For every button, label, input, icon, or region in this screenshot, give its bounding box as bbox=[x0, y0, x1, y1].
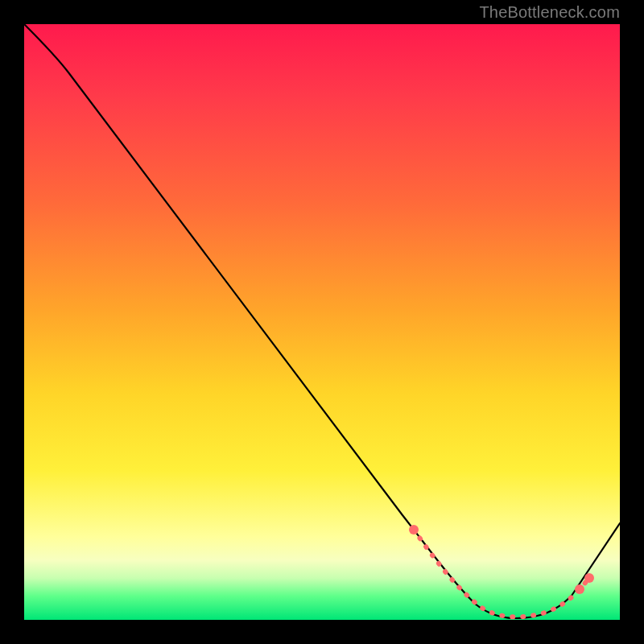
highlight-marker-a bbox=[575, 584, 584, 594]
curve-svg bbox=[24, 24, 620, 620]
plot-area bbox=[24, 24, 620, 620]
watermark-text: TheBottleneck.com bbox=[479, 3, 620, 22]
bottleneck-curve bbox=[24, 24, 620, 618]
chart-frame: TheBottleneck.com bbox=[0, 0, 644, 644]
highlight-marker-end bbox=[584, 573, 594, 583]
highlight-marker-start bbox=[409, 525, 419, 535]
highlight-dotted bbox=[414, 530, 588, 617]
